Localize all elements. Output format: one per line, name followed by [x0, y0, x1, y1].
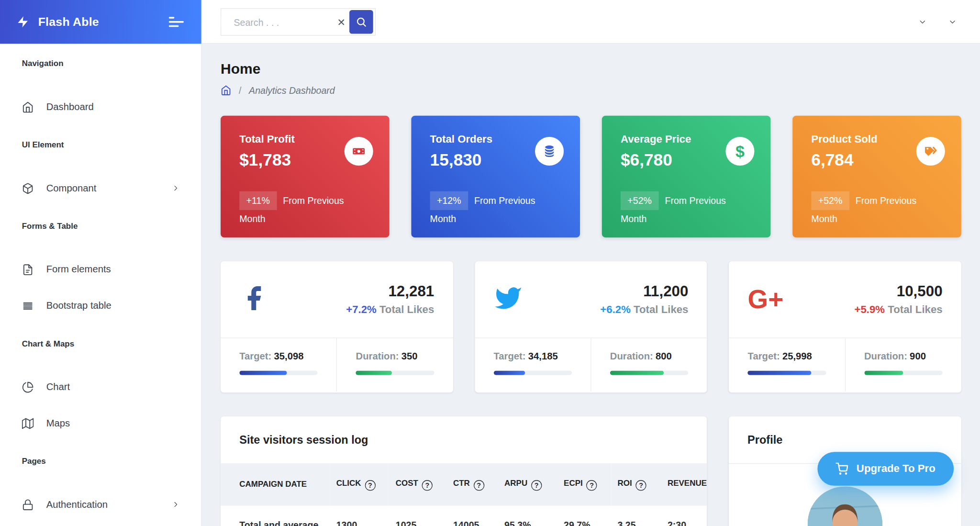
stat-cards-row: Total Profit $1,783 +11%From Previous Mo… [221, 116, 961, 238]
nav-section-label: Chart & Maps [0, 337, 201, 350]
sidebar-item-label: Maps [46, 417, 70, 429]
col-click: CLICK? [330, 463, 390, 505]
stat-badge: +52% [621, 191, 658, 210]
stat-caption: +52%From Previous Month [811, 191, 942, 228]
file-text-icon [22, 264, 34, 276]
sidebar-item-dashboard[interactable]: Dashboard [0, 89, 201, 125]
social-likes: +7.2% Total Likes [346, 304, 434, 316]
target-metric: Target:34,185 [475, 338, 590, 392]
google-plus-icon: G+ [748, 286, 784, 313]
chevron-down-icon [949, 18, 957, 26]
page-title: Home [221, 59, 961, 78]
target-progressbar [748, 371, 826, 375]
duration-progressbar [356, 371, 434, 375]
duration-progressbar [864, 371, 943, 375]
facebook-icon [239, 284, 268, 315]
stat-badge: +12% [430, 191, 468, 210]
col-arpu: ARPU? [498, 463, 557, 505]
sidebar: Flash Able Navigation Dashboard UI Eleme… [0, 0, 202, 526]
sidebar-item-bootstrap-table[interactable]: Bootstrap table [0, 288, 201, 324]
search-button[interactable] [349, 10, 373, 34]
stat-card-average-price: Average Price $6,780 $ +52%From Previous… [602, 116, 771, 238]
search-icon [356, 16, 367, 28]
help-icon[interactable]: ? [474, 480, 484, 490]
nav-section-label: Navigation [0, 57, 201, 70]
help-icon[interactable]: ? [422, 480, 433, 490]
sidebar-item-label: Chart [46, 381, 70, 393]
visitors-log-panel: Site visitors session log CAMPAIGN DATE … [221, 416, 707, 526]
breadcrumb: / Analytics Dashboard [221, 83, 961, 97]
visitors-log-title: Site visitors session log [221, 416, 707, 463]
menu-toggle-icon[interactable] [169, 16, 185, 28]
sidebar-item-chart[interactable]: Chart [0, 369, 201, 405]
database-icon [535, 137, 564, 166]
table-header-row: CAMPAIGN DATE CLICK? COST? CTR? ARPU? EC… [221, 463, 707, 505]
social-card-facebook: 12,281 +7.2% Total Likes Target:35,098 [221, 261, 453, 392]
sidebar-item-authentication[interactable]: Authentication [0, 486, 201, 523]
chevron-down-icon [919, 18, 926, 26]
pie-chart-icon [22, 381, 34, 393]
sidebar-item-form-elements[interactable]: Form elements [0, 251, 201, 288]
breadcrumb-separator: / [239, 85, 241, 95]
map-icon [22, 417, 34, 429]
sidebar-item-maps[interactable]: Maps [0, 405, 201, 441]
social-likes: +5.9% Total Likes [854, 304, 942, 316]
search-box: ✕ [221, 8, 376, 35]
social-likes: +6.2% Total Likes [600, 304, 688, 316]
brand-logo[interactable]: Flash Able [0, 0, 201, 44]
breadcrumb-current: Analytics Dashboard [249, 85, 335, 95]
help-icon[interactable]: ? [635, 480, 646, 490]
stat-card-total-orders: Total Orders 15,830 +12%From Previous Mo… [411, 116, 580, 238]
brand-name: Flash Able [38, 15, 99, 29]
stat-caption: +11%From Previous Month [239, 191, 370, 228]
money-bill-icon [345, 137, 373, 166]
nav-section-label: UI Element [0, 139, 201, 151]
upgrade-to-pro-button[interactable]: Upgrade To Pro [817, 452, 954, 486]
duration-metric: Duration:800 [590, 338, 707, 392]
notifications-menu[interactable] [919, 18, 926, 26]
duration-progressbar [610, 371, 689, 375]
visitors-table: CAMPAIGN DATE CLICK? COST? CTR? ARPU? EC… [221, 463, 707, 526]
target-progressbar [493, 371, 572, 375]
stat-badge: +52% [811, 191, 849, 210]
upgrade-label: Upgrade To Pro [857, 463, 935, 475]
stat-badge: +11% [239, 191, 277, 210]
col-ctr: CTR? [447, 463, 498, 505]
social-cards-row: 12,281 +7.2% Total Likes Target:35,098 [221, 261, 961, 392]
nav-section-label: Pages [0, 455, 201, 468]
breadcrumb-home-icon[interactable] [221, 85, 231, 95]
chevron-right-icon [172, 501, 179, 508]
col-cost: COST? [390, 463, 447, 505]
help-icon[interactable]: ? [587, 480, 597, 490]
sidebar-item-label: Authentication [46, 499, 108, 510]
social-total: 10,500 [854, 282, 942, 300]
col-roi: ROI? [611, 463, 661, 505]
stat-card-total-profit: Total Profit $1,783 +11%From Previous Mo… [221, 116, 390, 238]
sidebar-item-componant[interactable]: Componant [0, 170, 201, 206]
sidebar-nav: Navigation Dashboard UI Element Componan… [0, 57, 201, 523]
sidebar-item-label: Form elements [46, 264, 111, 275]
social-total: 11,200 [600, 282, 688, 300]
duration-metric: Duration:350 [336, 338, 453, 392]
help-icon[interactable]: ? [365, 480, 375, 490]
stat-caption: +52%From Previous Month [621, 191, 752, 228]
dollar-icon: $ [725, 137, 754, 166]
search-input[interactable] [221, 17, 333, 27]
cart-icon [836, 463, 848, 475]
sidebar-item-label: Bootstrap table [46, 300, 111, 312]
social-total: 12,281 [346, 282, 434, 300]
sidebar-item-label: Dashboard [46, 101, 94, 113]
chevron-right-icon [172, 184, 179, 192]
twitter-icon [493, 284, 522, 315]
social-card-google-plus: G+ 10,500 +5.9% Total Likes Target:25,99… [729, 261, 961, 392]
col-campaign-date: CAMPAIGN DATE [221, 463, 330, 505]
duration-metric: Duration:900 [845, 338, 961, 392]
col-revenue: REVENUE? [661, 463, 707, 505]
avatar [808, 486, 883, 526]
stat-caption: +12%From Previous Month [430, 191, 561, 228]
lock-icon [22, 499, 34, 511]
help-icon[interactable]: ? [531, 480, 542, 490]
target-metric: Target:35,098 [221, 338, 336, 392]
clear-search-icon[interactable]: ✕ [333, 16, 349, 28]
settings-menu[interactable] [949, 18, 957, 26]
